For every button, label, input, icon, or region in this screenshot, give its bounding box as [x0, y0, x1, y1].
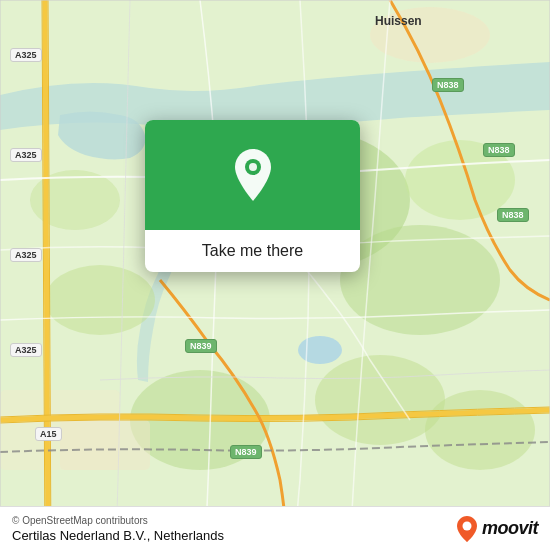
svg-point-10	[298, 336, 342, 364]
bottom-bar: © OpenStreetMap contributors Certilas Ne…	[0, 506, 550, 550]
bottom-bar-left: © OpenStreetMap contributors Certilas Ne…	[12, 515, 224, 543]
svg-point-6	[45, 265, 155, 335]
map-pin-icon	[230, 147, 276, 203]
road-label-a325-3: A325	[10, 248, 42, 262]
popup-card: Take me there	[145, 120, 360, 272]
svg-point-16	[249, 163, 257, 171]
popup-button-area[interactable]: Take me there	[145, 230, 360, 272]
road-label-n839-1: N839	[185, 339, 217, 353]
road-label-a325-4: A325	[10, 343, 42, 357]
road-label-n838-2: N838	[483, 143, 515, 157]
road-label-a325-1: A325	[10, 48, 42, 62]
svg-point-8	[425, 390, 535, 470]
osm-credit: © OpenStreetMap contributors	[12, 515, 224, 526]
take-me-there-button[interactable]: Take me there	[161, 242, 344, 260]
svg-point-17	[462, 521, 471, 530]
road-label-a325-2: A325	[10, 148, 42, 162]
location-name: Certilas Nederland B.V., Netherlands	[12, 528, 224, 543]
moovit-logo: moovit	[456, 515, 538, 543]
map-svg	[0, 0, 550, 550]
road-label-n838-3: N838	[497, 208, 529, 222]
svg-point-3	[340, 225, 500, 335]
moovit-brand-text: moovit	[482, 518, 538, 539]
svg-rect-13	[60, 420, 150, 470]
road-label-n838-1: N838	[432, 78, 464, 92]
road-label-a15: A15	[35, 427, 62, 441]
popup-green-area	[145, 120, 360, 230]
moovit-pin-icon	[456, 515, 478, 543]
road-label-n839-2: N839	[230, 445, 262, 459]
place-label-huissen: Huissen	[375, 14, 422, 28]
map-container: A325 A325 A325 A325 A15 N838 N838 N838 N…	[0, 0, 550, 550]
